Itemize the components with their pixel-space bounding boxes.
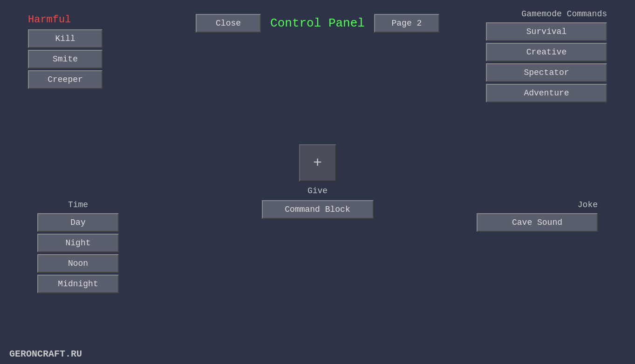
give-label: Give (299, 186, 336, 195)
time-label: Time (37, 200, 119, 209)
creative-button[interactable]: Creative (486, 43, 607, 61)
plus-button[interactable]: + (299, 144, 336, 182)
joke-section: Joke Cave Sound (477, 200, 598, 234)
joke-label: Joke (477, 200, 598, 209)
time-section: Time Day Night Noon Midnight (37, 200, 119, 295)
control-panel-title: Control Panel (270, 16, 365, 30)
close-button[interactable]: Close (196, 14, 261, 33)
creeper-button[interactable]: Creeper (28, 70, 102, 89)
command-block-button[interactable]: Command Block (262, 200, 374, 219)
harmful-section: Harmful Kill Smite Creeper (28, 14, 102, 91)
night-button[interactable]: Night (37, 234, 119, 252)
page2-button[interactable]: Page 2 (374, 14, 439, 33)
gamemode-label: Gamemode Commands (486, 9, 607, 19)
gamemode-section: Gamemode Commands Survival Creative Spec… (486, 9, 607, 104)
harmful-label: Harmful (28, 14, 102, 26)
midnight-button[interactable]: Midnight (37, 275, 119, 293)
kill-button[interactable]: Kill (28, 29, 102, 48)
spectator-button[interactable]: Spectator (486, 63, 607, 82)
give-section: Command Block (262, 200, 374, 219)
footer: GERONCRAFT.RU (9, 349, 82, 359)
day-button[interactable]: Day (37, 213, 119, 232)
noon-button[interactable]: Noon (37, 254, 119, 273)
smite-button[interactable]: Smite (28, 50, 102, 68)
adventure-button[interactable]: Adventure (486, 84, 607, 102)
cave-sound-button[interactable]: Cave Sound (477, 213, 598, 232)
center-area: + Give (299, 144, 336, 199)
survival-button[interactable]: Survival (486, 22, 607, 41)
